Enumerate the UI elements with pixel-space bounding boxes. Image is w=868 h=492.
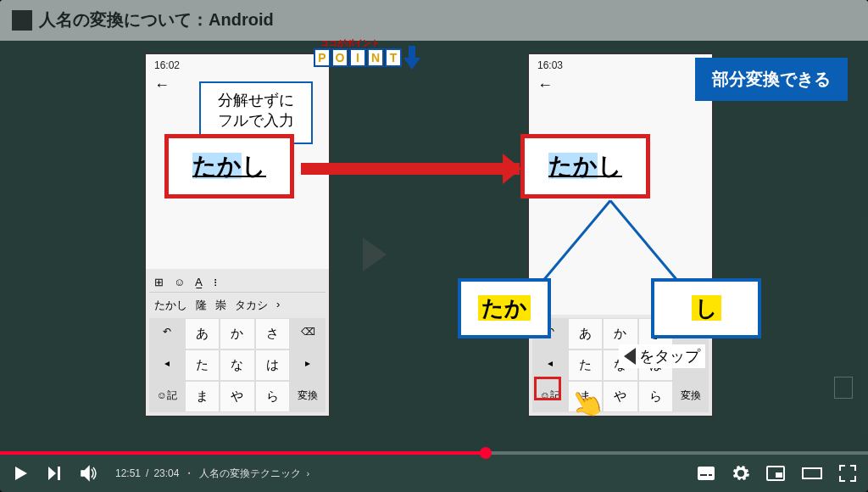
time-chapter: 12:51 / 23:04 ・ 人名の変換テクニック › [115, 467, 309, 481]
svg-rect-4 [776, 472, 782, 478]
current-time: 12:51 [115, 467, 141, 479]
next-button[interactable] [46, 465, 63, 482]
kbd-convert: 変換 [673, 381, 709, 412]
subtitles-button[interactable] [697, 466, 715, 481]
video-player: 人名の変換について：Android 16:02 ← ⊞ ☺ A̲ ⫶ たかし 隆… [0, 0, 868, 492]
kbd-key: な [220, 349, 255, 381]
point-letter: I [349, 48, 366, 67]
partial-text-1: たか [478, 295, 531, 321]
kbd-key: あ [185, 318, 220, 349]
volume-button[interactable] [80, 464, 98, 483]
miniplayer-button[interactable] [766, 466, 785, 481]
chapter-title[interactable]: 人名の変換テクニック [199, 467, 301, 481]
chapter-prefix: ・ [184, 467, 194, 481]
suggestion: 隆 [196, 298, 207, 313]
partial-text-2: し [692, 295, 721, 321]
kbd-toolbar: ⊞ ☺ A̲ ⫶ [149, 272, 326, 293]
kbd-back: ◂ [149, 349, 185, 381]
suggestion: 崇 [215, 298, 226, 313]
chevron-right-icon[interactable]: › [306, 468, 309, 478]
kbd-key: さ [255, 318, 291, 349]
point-ruby-text: ココがポイント [320, 37, 380, 49]
play-button[interactable] [12, 465, 29, 482]
kbd-icon: ☺ [174, 276, 185, 288]
kbd-undo: ↶ [149, 318, 185, 349]
highlight-box [534, 377, 561, 400]
suggestion: タカシ [235, 298, 268, 313]
svg-rect-1 [700, 474, 707, 476]
time-separator: / [146, 467, 148, 479]
point-letter: T [385, 48, 402, 67]
point-letter: P [314, 48, 331, 67]
kbd-key: ま [185, 381, 220, 412]
tap-label: をタップ [639, 346, 700, 366]
red-box-left: たかし [164, 134, 294, 198]
kbd-key: は [255, 349, 291, 381]
svg-rect-0 [698, 467, 715, 480]
svg-rect-2 [709, 474, 712, 476]
input-text-right: たかし [548, 153, 622, 179]
blue-box-2: し [651, 278, 761, 338]
point-badge: ココがポイント P O I N T [314, 46, 420, 70]
phone-back-arrow: ← [529, 76, 712, 98]
kbd-key: ら [255, 381, 291, 412]
shield-icon [834, 377, 853, 399]
kbd-fwd: ▸ [290, 349, 326, 381]
point-letter: N [367, 48, 384, 67]
kbd-suggestions: たかし 隆 崇 タカシ › [149, 293, 326, 318]
input-text-left: たかし [192, 153, 266, 179]
suggestion-more: › [276, 298, 280, 313]
kbd-key: か [220, 318, 255, 349]
blue-box-1: たか [458, 278, 551, 338]
kbd-key: ら [638, 381, 674, 412]
settings-button[interactable] [732, 465, 749, 482]
kbd-key: や [220, 381, 255, 412]
phone-time-right: 16:03 [529, 54, 712, 76]
kbd-emoji: ☺記 [149, 381, 185, 412]
point-letter: O [331, 48, 348, 67]
triangle-left-icon [624, 348, 636, 365]
fullscreen-button[interactable] [839, 465, 856, 482]
kbd-key: た [568, 349, 604, 381]
phone-time-left: 16:02 [146, 54, 329, 76]
kbd-icon: ⫶ [213, 276, 219, 288]
arrow-down-icon [403, 46, 420, 70]
svg-rect-5 [803, 468, 821, 478]
kbd-icon: A̲ [195, 276, 203, 288]
kbd-key: た [185, 349, 220, 381]
play-triangle-icon [363, 238, 387, 271]
blue-banner: 部分変換できる [695, 58, 848, 101]
keyboard-left: ⊞ ☺ A̲ ⫶ たかし 隆 崇 タカシ › ↶ あ か さ ⌫ [146, 269, 329, 416]
bubble-line1: 分解せずに [218, 90, 294, 110]
kbd-key: あ [568, 318, 604, 349]
suggestion: たかし [154, 298, 187, 313]
kbd-icon: ⊞ [154, 276, 164, 288]
arrow-right-icon [301, 163, 520, 175]
watermark [834, 377, 853, 400]
red-box-right: たかし [520, 134, 650, 198]
bubble-line2: フルで入力 [218, 110, 294, 131]
content-overlay[interactable]: 16:02 ← ⊞ ☺ A̲ ⫶ たかし 隆 崇 タカシ › ↶ [0, 0, 868, 451]
theater-mode-button[interactable] [802, 466, 822, 481]
kbd-convert: 変換 [290, 381, 326, 412]
tap-instruction: をタップ [619, 344, 705, 368]
player-controls: 12:51 / 23:04 ・ 人名の変換テクニック › [0, 455, 868, 492]
duration: 23:04 [153, 467, 179, 479]
kbd-del: ⌫ [290, 318, 326, 349]
